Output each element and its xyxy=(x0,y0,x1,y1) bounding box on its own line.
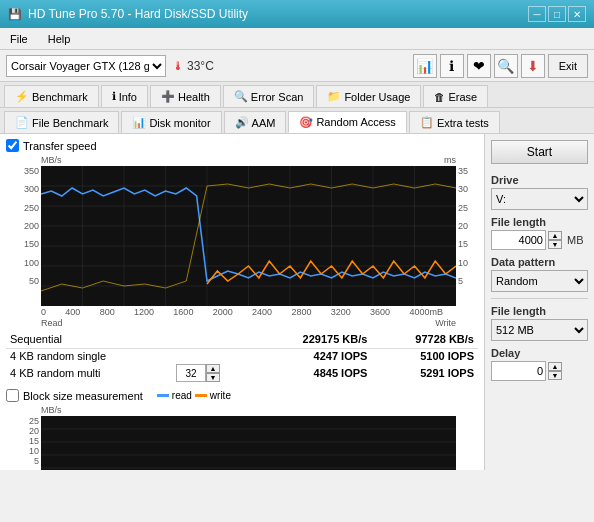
delay-label: Delay xyxy=(491,347,588,359)
tabs-row-2: 📄File Benchmark 📊Disk monitor 🔊AAM 🎯Rand… xyxy=(0,108,594,134)
delay-down[interactable]: ▼ xyxy=(548,371,562,380)
tab-disk-monitor[interactable]: 📊Disk monitor xyxy=(121,111,221,133)
minimize-button[interactable]: ─ xyxy=(528,6,546,22)
y-labels-right: 3530252015105 xyxy=(456,166,478,286)
transfer-speed-label: Transfer speed xyxy=(23,140,97,152)
start-button[interactable]: Start xyxy=(491,140,588,164)
transfer-speed-checkbox[interactable] xyxy=(6,139,19,152)
download-icon[interactable]: ⬇ xyxy=(521,54,545,78)
drive-value-select[interactable]: V: xyxy=(491,188,588,210)
tab-file-benchmark[interactable]: 📄File Benchmark xyxy=(4,111,119,133)
file-length2-select[interactable]: 512 MB 1024 MB 2048 MB xyxy=(491,319,588,341)
y-axis-mbs: MB/s xyxy=(41,155,62,165)
tab-folder-usage[interactable]: 📁Folder Usage xyxy=(316,85,421,107)
file-length-up[interactable]: ▲ xyxy=(548,231,562,240)
toolbar: Corsair Voyager GTX (128 gB) 🌡 33°C 📊 ℹ … xyxy=(0,50,594,82)
tab-benchmark[interactable]: ⚡Benchmark xyxy=(4,85,99,107)
random4k-multi-label: 4 KB random multi xyxy=(6,363,172,383)
drive-select[interactable]: Corsair Voyager GTX (128 gB) xyxy=(6,55,166,77)
multi-value-input[interactable] xyxy=(176,364,206,382)
block-y-axis: MB/s xyxy=(41,405,62,415)
file-length-unit: MB xyxy=(567,234,584,246)
stepper-down[interactable]: ▼ xyxy=(206,373,220,382)
tab-extra-tests[interactable]: 📋Extra tests xyxy=(409,111,500,133)
title-bar: 💾 HD Tune Pro 5.70 - Hard Disk/SSD Utili… xyxy=(0,0,594,28)
tab-erase[interactable]: 🗑Erase xyxy=(423,85,488,107)
drive-label: Drive xyxy=(491,174,588,186)
x-read-label: Read xyxy=(41,318,63,328)
data-pattern-select[interactable]: Random Sequential 0x00 0xFF xyxy=(491,270,588,292)
thermometer-icon: 🌡 xyxy=(172,59,184,73)
sequential-label: Sequential xyxy=(6,332,172,349)
file-length-input[interactable] xyxy=(491,230,546,250)
random4k-single-write: 5100 IOPS xyxy=(371,349,478,364)
stepper-up[interactable]: ▲ xyxy=(206,364,220,373)
legend-read-color xyxy=(157,394,169,397)
file-length-label: File length xyxy=(491,216,588,228)
maximize-button[interactable]: □ xyxy=(548,6,566,22)
inner-chart xyxy=(41,166,456,306)
scan-icon[interactable]: 🔍 xyxy=(494,54,518,78)
y-axis-ms: ms xyxy=(444,155,456,165)
main-chart: MB/s ms 35030025020015010050 xyxy=(6,155,478,328)
block-inner-chart xyxy=(41,416,456,470)
multi-stepper[interactable]: ▲ ▼ xyxy=(176,364,220,382)
block-y-labels: 252015105 xyxy=(6,416,41,465)
menu-bar: File Help xyxy=(0,28,594,50)
tab-random-access[interactable]: 🎯Random Access xyxy=(288,111,406,133)
window-title: HD Tune Pro 5.70 - Hard Disk/SSD Utility xyxy=(28,7,248,21)
menu-help[interactable]: Help xyxy=(44,32,75,46)
tab-error-scan[interactable]: 🔍Error Scan xyxy=(223,85,315,107)
tab-info[interactable]: ℹInfo xyxy=(101,85,148,107)
x-write-label: Write xyxy=(435,318,456,328)
delay-up[interactable]: ▲ xyxy=(548,362,562,371)
file-length2-label: File length xyxy=(491,305,588,317)
window-icon: 💾 xyxy=(8,8,22,21)
legend-write-label: write xyxy=(210,390,231,401)
sequential-write: 97728 KB/s xyxy=(371,332,478,349)
right-panel: Start Drive V: File length ▲ ▼ MB Data p… xyxy=(484,134,594,470)
stats-table: Sequential 229175 KB/s 97728 KB/s 4 KB r… xyxy=(6,332,478,383)
random4k-multi-read: 4845 IOPS xyxy=(255,363,371,383)
close-button[interactable]: ✕ xyxy=(568,6,586,22)
delay-input[interactable] xyxy=(491,361,546,381)
legend-write-color xyxy=(195,394,207,397)
block-size-label: Block size measurement xyxy=(23,390,143,402)
random4k-single-label: 4 KB random single xyxy=(6,349,172,364)
menu-file[interactable]: File xyxy=(6,32,32,46)
tabs-row-1: ⚡Benchmark ℹInfo ➕Health 🔍Error Scan 📁Fo… xyxy=(0,82,594,108)
random4k-single-read: 4247 IOPS xyxy=(255,349,371,364)
x-labels: 040080012001600200024002800320036004000m… xyxy=(6,306,478,317)
exit-button[interactable]: Exit xyxy=(548,54,588,78)
data-pattern-label: Data pattern xyxy=(491,256,588,268)
tab-aam[interactable]: 🔊AAM xyxy=(224,111,287,133)
block-size-checkbox[interactable] xyxy=(6,389,19,402)
temp-value: 33°C xyxy=(187,59,214,73)
random4k-multi-write: 5291 IOPS xyxy=(371,363,478,383)
sequential-read: 229175 KB/s xyxy=(255,332,371,349)
info-icon[interactable]: ℹ xyxy=(440,54,464,78)
legend-read-label: read xyxy=(172,390,192,401)
tab-health[interactable]: ➕Health xyxy=(150,85,221,107)
benchmark-icon[interactable]: 📊 xyxy=(413,54,437,78)
y-labels-left: 35030025020015010050 xyxy=(6,166,41,286)
block-chart: MB/s 252015105 0.51248163264128256512102… xyxy=(6,405,478,470)
file-length-down[interactable]: ▼ xyxy=(548,240,562,249)
health-icon[interactable]: ❤ xyxy=(467,54,491,78)
